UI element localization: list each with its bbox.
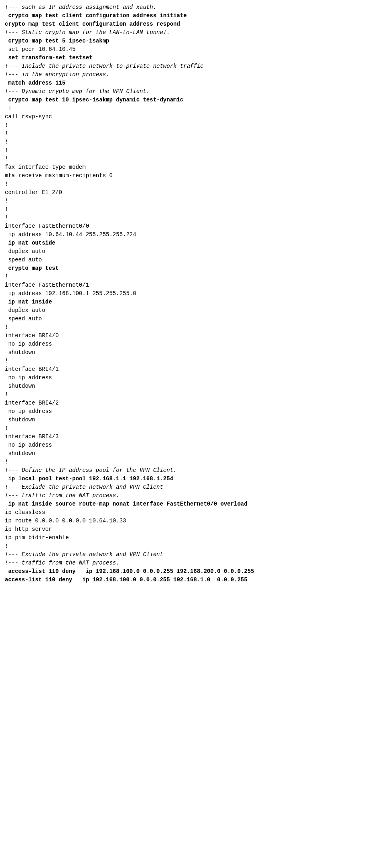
code-line: ip address 192.168.100.1 255.255.255.0 xyxy=(5,289,380,298)
code-line: access-list 110 deny ip 192.168.100.0 0.… xyxy=(5,576,380,584)
code-line: ! xyxy=(5,424,380,433)
code-line: interface FastEthernet0/1 xyxy=(5,281,380,289)
code-line: duplex auto xyxy=(5,306,380,315)
code-line: ip pim bidir-enable xyxy=(5,534,380,542)
code-line: ! xyxy=(5,146,380,155)
code-line: access-list 110 deny ip 192.168.100.0 0.… xyxy=(5,567,380,576)
code-line: ip nat outside xyxy=(5,239,380,247)
code-line: !--- Dynamic crypto map for the VPN Clie… xyxy=(5,87,380,96)
code-line: ! xyxy=(5,273,380,281)
code-line: !--- traffic from the NAT process. xyxy=(5,559,380,567)
code-line: !--- Include the private network-to-priv… xyxy=(5,62,380,71)
code-line: !--- Define the IP address pool for the … xyxy=(5,466,380,475)
code-line: ! xyxy=(5,214,380,222)
code-line: !--- Static crypto map for the LAN-to-LA… xyxy=(5,28,380,37)
code-line: ! xyxy=(5,180,380,188)
code-line: ! xyxy=(5,121,380,129)
code-line: ip address 10.64.10.44 255.255.255.224 xyxy=(5,231,380,239)
code-line: !--- in the encryption process. xyxy=(5,71,380,79)
code-line: ! xyxy=(5,205,380,214)
code-line: ip local pool test-pool 192.168.1.1 192.… xyxy=(5,475,380,483)
code-line: shutdown xyxy=(5,348,380,357)
code-line: crypto map test 5 ipsec-isakmp xyxy=(5,37,380,45)
code-line: fax interface-type modem xyxy=(5,163,380,172)
code-line: crypto map test xyxy=(5,264,380,273)
code-line: ! xyxy=(5,155,380,163)
code-line: interface BRI4/0 xyxy=(5,332,380,340)
code-content: !--- such as IP address assignment and x… xyxy=(0,0,385,868)
code-line: ! xyxy=(5,197,380,205)
code-line: crypto map test 10 ipsec-isakmp dynamic … xyxy=(5,96,380,104)
code-line: set transform-set testset xyxy=(5,54,380,62)
code-line: crypto map test client configuration add… xyxy=(5,12,380,20)
code-line: ! xyxy=(5,357,380,365)
code-line: ! xyxy=(5,458,380,466)
code-line: mta receive maximum-recipients 0 xyxy=(5,172,380,180)
code-line: call rsvp-sync xyxy=(5,113,380,121)
code-line: !--- Exclude the private network and VPN… xyxy=(5,550,380,559)
code-line: ip nat inside xyxy=(5,298,380,306)
code-line: speed auto xyxy=(5,256,380,264)
code-line: ! xyxy=(5,129,380,138)
code-line: controller E1 2/0 xyxy=(5,188,380,197)
code-line: speed auto xyxy=(5,315,380,323)
code-line: no ip address xyxy=(5,441,380,449)
code-line: set peer 10.64.10.45 xyxy=(5,45,380,54)
code-line: ! xyxy=(5,323,380,332)
code-line: interface BRI4/2 xyxy=(5,399,380,407)
code-line: !--- Exclude the private network and VPN… xyxy=(5,483,380,492)
code-line: ! xyxy=(5,542,380,550)
code-line: shutdown xyxy=(5,382,380,390)
code-line: ip route 0.0.0.0 0.0.0.0 10.64.10.33 xyxy=(5,517,380,525)
code-line: ! xyxy=(5,390,380,399)
code-line: interface BRI4/3 xyxy=(5,433,380,441)
code-line: no ip address xyxy=(5,407,380,416)
code-line: no ip address xyxy=(5,340,380,348)
code-line: ! xyxy=(5,104,380,113)
code-line: interface FastEthernet0/0 xyxy=(5,222,380,231)
code-line: shutdown xyxy=(5,449,380,458)
code-line: crypto map test client configuration add… xyxy=(5,20,380,28)
code-line: shutdown xyxy=(5,416,380,424)
code-line: ! xyxy=(5,138,380,146)
code-line: ip http server xyxy=(5,525,380,534)
code-line: !--- such as IP address assignment and x… xyxy=(5,3,380,12)
code-line: !--- traffic from the NAT process. xyxy=(5,492,380,500)
code-line: interface BRI4/1 xyxy=(5,365,380,374)
code-line: match address 115 xyxy=(5,79,380,87)
code-line: ip nat inside source route-map nonat int… xyxy=(5,500,380,508)
code-line: ip classless xyxy=(5,508,380,517)
code-line: duplex auto xyxy=(5,247,380,256)
code-line: no ip address xyxy=(5,374,380,382)
